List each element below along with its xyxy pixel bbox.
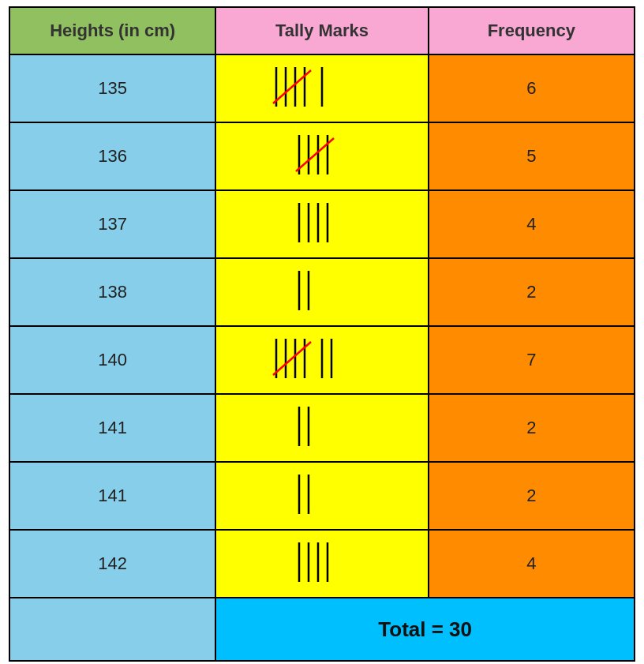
tally-svg bbox=[272, 63, 372, 111]
table-row: 1424 bbox=[9, 530, 635, 598]
tally-cell bbox=[215, 190, 428, 258]
table-row: 1382 bbox=[9, 258, 635, 326]
total-row: Total = 30 bbox=[9, 598, 635, 661]
height-cell: 141 bbox=[9, 394, 215, 462]
frequency-cell: 2 bbox=[429, 462, 635, 530]
table-row: 1412 bbox=[9, 394, 635, 462]
tally-svg bbox=[295, 131, 349, 178]
table-row: 1356 bbox=[9, 54, 635, 122]
tally-cell bbox=[215, 530, 428, 598]
header-heights: Heights (in cm) bbox=[9, 7, 215, 54]
total-label-cell: Total = 30 bbox=[215, 598, 635, 661]
header-row: Heights (in cm) Tally Marks Frequency bbox=[9, 7, 635, 54]
tally-cell bbox=[215, 394, 428, 462]
tally-svg bbox=[295, 403, 349, 450]
tally-svg bbox=[295, 538, 349, 586]
height-cell: 141 bbox=[9, 462, 215, 530]
header-frequency: Frequency bbox=[429, 7, 635, 54]
height-cell: 136 bbox=[9, 122, 215, 190]
table-row: 1407 bbox=[9, 326, 635, 394]
tally-cell bbox=[215, 54, 428, 122]
frequency-cell: 7 bbox=[429, 326, 635, 394]
height-cell: 142 bbox=[9, 530, 215, 598]
total-text: Total = 30 bbox=[378, 617, 472, 641]
tally-svg bbox=[272, 335, 372, 382]
tally-cell bbox=[215, 258, 428, 326]
frequency-cell: 2 bbox=[429, 258, 635, 326]
frequency-cell: 5 bbox=[429, 122, 635, 190]
tally-svg bbox=[295, 199, 349, 246]
tally-cell bbox=[215, 326, 428, 394]
tally-table: Heights (in cm) Tally Marks Frequency 13… bbox=[9, 6, 635, 662]
height-cell: 140 bbox=[9, 326, 215, 394]
tally-svg bbox=[295, 471, 349, 518]
tally-cell bbox=[215, 462, 428, 530]
height-cell: 137 bbox=[9, 190, 215, 258]
frequency-cell: 2 bbox=[429, 394, 635, 462]
table-row: 1365 bbox=[9, 122, 635, 190]
frequency-cell: 4 bbox=[429, 530, 635, 598]
table-row: 1412 bbox=[9, 462, 635, 530]
main-container: Heights (in cm) Tally Marks Frequency 13… bbox=[2, 0, 642, 664]
height-cell: 135 bbox=[9, 54, 215, 122]
tally-svg bbox=[295, 267, 349, 314]
frequency-cell: 4 bbox=[429, 190, 635, 258]
total-empty-cell bbox=[9, 598, 215, 661]
tally-cell bbox=[215, 122, 428, 190]
frequency-cell: 6 bbox=[429, 54, 635, 122]
header-tally: Tally Marks bbox=[215, 7, 428, 54]
table-row: 1374 bbox=[9, 190, 635, 258]
height-cell: 138 bbox=[9, 258, 215, 326]
